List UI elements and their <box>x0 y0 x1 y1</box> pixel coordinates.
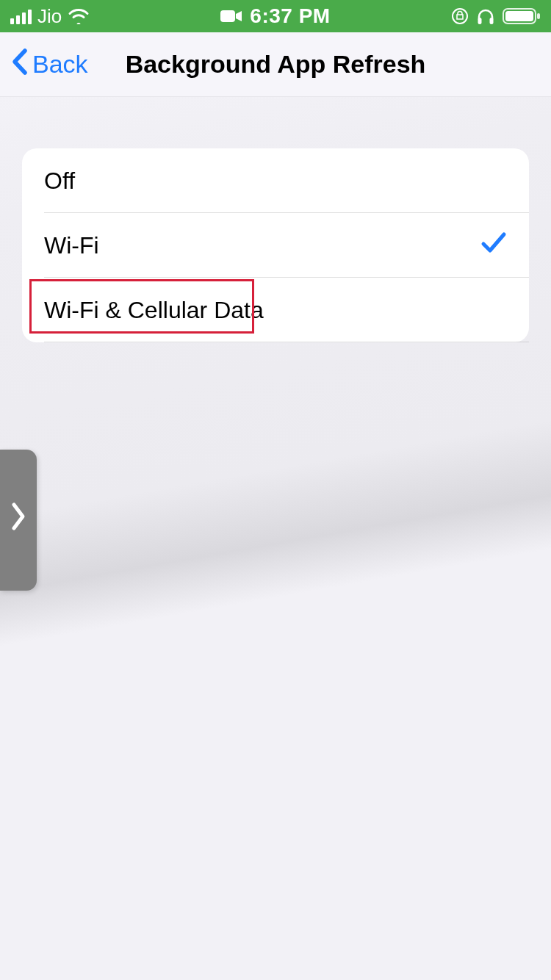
options-list: Off Wi-Fi Wi-Fi & Cellular Data <box>22 148 529 342</box>
option-off[interactable]: Off <box>22 148 529 213</box>
headphones-icon <box>476 7 495 25</box>
status-right <box>379 7 541 25</box>
status-bar: Jio 6:37 PM <box>0 0 551 32</box>
wifi-icon <box>68 8 90 24</box>
side-drawer-handle[interactable] <box>0 450 37 591</box>
svg-rect-5 <box>505 11 533 21</box>
status-center: 6:37 PM <box>172 4 379 28</box>
status-left: Jio <box>10 5 172 28</box>
chevron-left-icon <box>10 48 28 82</box>
content-area: Off Wi-Fi Wi-Fi & Cellular Data <box>0 97 551 342</box>
option-label: Wi-Fi & Cellular Data <box>44 297 507 324</box>
carrier-label: Jio <box>37 5 62 28</box>
option-label: Off <box>44 167 507 195</box>
checkmark-icon <box>480 231 507 260</box>
battery-icon <box>503 7 541 25</box>
nav-bar: Back Background App Refresh <box>0 32 551 97</box>
option-label: Wi-Fi <box>44 232 480 259</box>
svg-rect-2 <box>478 18 482 24</box>
back-button[interactable]: Back <box>0 32 88 96</box>
svg-rect-3 <box>490 18 494 24</box>
status-time: 6:37 PM <box>250 4 330 28</box>
back-label: Back <box>32 50 88 79</box>
chevron-right-icon <box>11 500 26 541</box>
video-camera-icon <box>220 9 242 24</box>
option-wifi[interactable]: Wi-Fi <box>22 213 529 278</box>
svg-rect-0 <box>220 10 235 22</box>
option-wifi-cellular[interactable]: Wi-Fi & Cellular Data <box>22 278 529 342</box>
svg-rect-6 <box>537 13 540 19</box>
rotation-lock-icon <box>451 7 469 25</box>
cell-signal-icon <box>10 8 32 24</box>
